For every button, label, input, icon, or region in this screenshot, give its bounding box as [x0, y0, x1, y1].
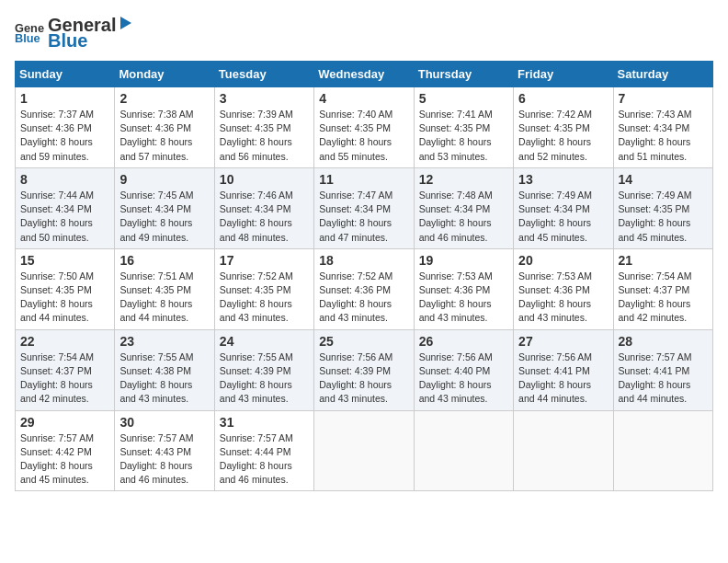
day-number: 23	[119, 334, 209, 349]
day-number: 17	[220, 253, 309, 268]
day-info: Sunrise: 7:37 AMSunset: 4:36 PMDaylight:…	[20, 108, 109, 164]
calendar-week-4: 29Sunrise: 7:57 AMSunset: 4:42 PMDayligh…	[16, 410, 713, 491]
col-header-friday: Friday	[514, 62, 613, 87]
calendar-cell	[613, 410, 712, 491]
logo: General Blue General Blue	[15, 15, 134, 52]
calendar-cell: 19Sunrise: 7:53 AMSunset: 4:36 PMDayligh…	[414, 248, 513, 329]
day-info: Sunrise: 7:57 AMSunset: 4:41 PMDaylight:…	[619, 350, 708, 407]
calendar-cell	[514, 410, 613, 491]
day-number: 27	[518, 334, 608, 349]
calendar-cell	[414, 410, 513, 491]
calendar-table: SundayMondayTuesdayWednesdayThursdayFrid…	[15, 61, 713, 491]
calendar-cell: 16Sunrise: 7:51 AMSunset: 4:35 PMDayligh…	[115, 248, 214, 329]
day-number: 13	[518, 172, 608, 187]
day-number: 30	[119, 415, 209, 430]
calendar-cell: 30Sunrise: 7:57 AMSunset: 4:43 PMDayligh…	[115, 410, 214, 491]
day-number: 19	[419, 253, 508, 268]
day-number: 3	[220, 91, 309, 106]
calendar-cell: 20Sunrise: 7:53 AMSunset: 4:36 PMDayligh…	[514, 248, 613, 329]
calendar-cell: 14Sunrise: 7:49 AMSunset: 4:35 PMDayligh…	[613, 167, 712, 248]
day-number: 24	[220, 334, 309, 349]
calendar-cell: 4Sunrise: 7:40 AMSunset: 4:35 PMDaylight…	[314, 87, 414, 168]
calendar-cell: 27Sunrise: 7:56 AMSunset: 4:41 PMDayligh…	[514, 329, 613, 410]
calendar-cell: 10Sunrise: 7:46 AMSunset: 4:34 PMDayligh…	[214, 167, 313, 248]
day-info: Sunrise: 7:57 AMSunset: 4:43 PMDaylight:…	[119, 431, 209, 488]
day-number: 7	[619, 91, 708, 106]
day-info: Sunrise: 7:53 AMSunset: 4:36 PMDaylight:…	[518, 270, 608, 326]
calendar-cell: 22Sunrise: 7:54 AMSunset: 4:37 PMDayligh…	[16, 329, 115, 410]
day-info: Sunrise: 7:54 AMSunset: 4:37 PMDaylight:…	[619, 270, 708, 326]
day-info: Sunrise: 7:42 AMSunset: 4:35 PMDaylight:…	[518, 108, 608, 164]
calendar-week-3: 22Sunrise: 7:54 AMSunset: 4:37 PMDayligh…	[16, 329, 713, 410]
logo-icon: General Blue	[15, 20, 44, 46]
calendar-cell: 26Sunrise: 7:56 AMSunset: 4:40 PMDayligh…	[414, 329, 513, 410]
day-info: Sunrise: 7:48 AMSunset: 4:34 PMDaylight:…	[419, 189, 508, 245]
day-info: Sunrise: 7:55 AMSunset: 4:39 PMDaylight:…	[220, 350, 309, 407]
day-info: Sunrise: 7:47 AMSunset: 4:34 PMDaylight:…	[319, 189, 408, 245]
calendar-cell: 23Sunrise: 7:55 AMSunset: 4:38 PMDayligh…	[115, 329, 214, 410]
day-info: Sunrise: 7:50 AMSunset: 4:35 PMDaylight:…	[20, 270, 109, 326]
day-number: 21	[619, 253, 708, 268]
day-number: 16	[119, 253, 209, 268]
calendar-cell: 2Sunrise: 7:38 AMSunset: 4:36 PMDaylight…	[115, 87, 214, 168]
day-number: 6	[518, 91, 608, 106]
calendar-cell: 21Sunrise: 7:54 AMSunset: 4:37 PMDayligh…	[613, 248, 712, 329]
day-number: 1	[20, 91, 109, 106]
calendar-cell: 1Sunrise: 7:37 AMSunset: 4:36 PMDaylight…	[16, 87, 115, 168]
col-header-monday: Monday	[115, 62, 214, 87]
logo-triangle-icon	[117, 15, 133, 31]
col-header-tuesday: Tuesday	[214, 62, 313, 87]
calendar-cell: 31Sunrise: 7:57 AMSunset: 4:44 PMDayligh…	[214, 410, 313, 491]
day-info: Sunrise: 7:52 AMSunset: 4:36 PMDaylight:…	[319, 270, 408, 326]
day-info: Sunrise: 7:44 AMSunset: 4:34 PMDaylight:…	[20, 189, 109, 245]
calendar-header-row: SundayMondayTuesdayWednesdayThursdayFrid…	[16, 62, 713, 87]
col-header-thursday: Thursday	[414, 62, 513, 87]
day-info: Sunrise: 7:57 AMSunset: 4:42 PMDaylight:…	[20, 431, 109, 488]
day-number: 11	[319, 172, 408, 187]
calendar-cell: 15Sunrise: 7:50 AMSunset: 4:35 PMDayligh…	[16, 248, 115, 329]
calendar-cell: 29Sunrise: 7:57 AMSunset: 4:42 PMDayligh…	[16, 410, 115, 491]
day-number: 26	[419, 334, 508, 349]
calendar-cell: 8Sunrise: 7:44 AMSunset: 4:34 PMDaylight…	[16, 167, 115, 248]
day-number: 2	[119, 91, 209, 106]
day-number: 12	[419, 172, 508, 187]
day-number: 9	[119, 172, 209, 187]
day-number: 5	[419, 91, 508, 106]
day-info: Sunrise: 7:51 AMSunset: 4:35 PMDaylight:…	[119, 270, 209, 326]
col-header-sunday: Sunday	[16, 62, 115, 87]
day-number: 8	[20, 172, 109, 187]
day-info: Sunrise: 7:49 AMSunset: 4:34 PMDaylight:…	[518, 189, 608, 245]
day-number: 10	[220, 172, 309, 187]
day-info: Sunrise: 7:41 AMSunset: 4:35 PMDaylight:…	[419, 108, 508, 164]
day-info: Sunrise: 7:56 AMSunset: 4:41 PMDaylight:…	[518, 350, 608, 407]
calendar-cell: 9Sunrise: 7:45 AMSunset: 4:34 PMDaylight…	[115, 167, 214, 248]
calendar-cell: 13Sunrise: 7:49 AMSunset: 4:34 PMDayligh…	[514, 167, 613, 248]
day-info: Sunrise: 7:45 AMSunset: 4:34 PMDaylight:…	[119, 189, 209, 245]
svg-text:Blue: Blue	[15, 31, 40, 45]
day-number: 4	[319, 91, 408, 106]
calendar-cell: 5Sunrise: 7:41 AMSunset: 4:35 PMDaylight…	[414, 87, 513, 168]
calendar-cell: 11Sunrise: 7:47 AMSunset: 4:34 PMDayligh…	[314, 167, 414, 248]
page-header: General Blue General Blue	[15, 15, 713, 52]
calendar-cell: 6Sunrise: 7:42 AMSunset: 4:35 PMDaylight…	[514, 87, 613, 168]
day-info: Sunrise: 7:54 AMSunset: 4:37 PMDaylight:…	[20, 350, 109, 407]
day-number: 28	[619, 334, 708, 349]
calendar-week-1: 8Sunrise: 7:44 AMSunset: 4:34 PMDaylight…	[16, 167, 713, 248]
day-info: Sunrise: 7:38 AMSunset: 4:36 PMDaylight:…	[119, 108, 209, 164]
day-number: 15	[20, 253, 109, 268]
day-info: Sunrise: 7:39 AMSunset: 4:35 PMDaylight:…	[220, 108, 309, 164]
day-info: Sunrise: 7:53 AMSunset: 4:36 PMDaylight:…	[419, 270, 508, 326]
day-number: 22	[20, 334, 109, 349]
svg-marker-3	[120, 17, 131, 29]
calendar-cell: 7Sunrise: 7:43 AMSunset: 4:34 PMDaylight…	[613, 87, 712, 168]
calendar-cell: 25Sunrise: 7:56 AMSunset: 4:39 PMDayligh…	[314, 329, 414, 410]
calendar-cell: 24Sunrise: 7:55 AMSunset: 4:39 PMDayligh…	[214, 329, 313, 410]
calendar-cell: 3Sunrise: 7:39 AMSunset: 4:35 PMDaylight…	[214, 87, 313, 168]
day-number: 20	[518, 253, 608, 268]
day-info: Sunrise: 7:46 AMSunset: 4:34 PMDaylight:…	[220, 189, 309, 245]
calendar-cell	[314, 410, 414, 491]
day-info: Sunrise: 7:56 AMSunset: 4:40 PMDaylight:…	[419, 350, 508, 407]
calendar-cell: 17Sunrise: 7:52 AMSunset: 4:35 PMDayligh…	[214, 248, 313, 329]
day-info: Sunrise: 7:52 AMSunset: 4:35 PMDaylight:…	[220, 270, 309, 326]
col-header-wednesday: Wednesday	[314, 62, 414, 87]
